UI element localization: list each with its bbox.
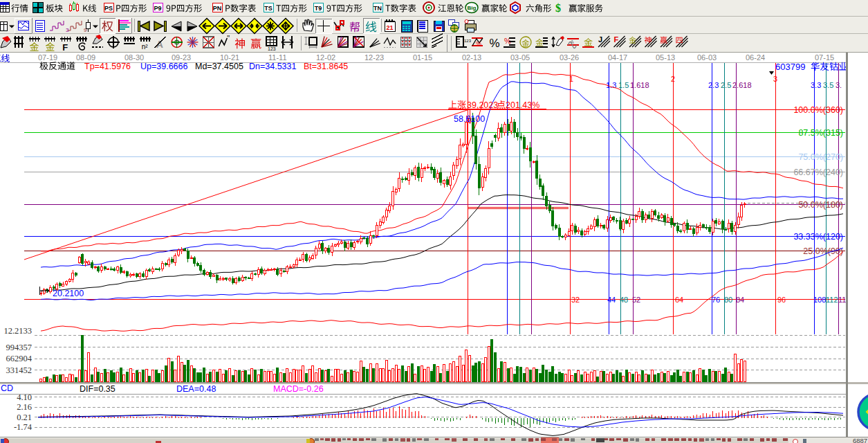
svg-text:3: 3 [773,75,777,83]
svg-text:331452: 331452 [6,365,33,375]
svg-text:$: $ [555,2,561,14]
svg-text:09-23: 09-23 [172,53,191,62]
svg-text:11: 11 [838,296,846,304]
svg-text:32: 32 [571,296,580,304]
svg-text:48: 48 [620,296,628,304]
svg-text:76: 76 [712,296,720,304]
svg-text:03-05: 03-05 [510,53,530,62]
svg-text:Tp=41.5976: Tp=41.5976 [84,62,131,71]
svg-text:P9: P9 [154,5,161,12]
svg-text:12.2133: 12.2133 [3,326,32,336]
svg-text:12-02: 12-02 [316,53,335,62]
svg-text:Md=37.4505: Md=37.4505 [195,62,243,71]
svg-text:123: 123 [268,46,276,51]
svg-text:2: 2 [671,75,675,83]
svg-text:A: A [571,39,575,45]
svg-text:44: 44 [607,296,616,304]
svg-text:3.5: 3.5 [823,81,833,89]
svg-text:100.0%(360): 100.0%(360) [793,105,843,115]
svg-text:84: 84 [736,296,744,304]
svg-text:10-21: 10-21 [220,53,239,62]
svg-text:58.6100: 58.6100 [454,114,485,124]
svg-text:01-15: 01-15 [413,53,432,62]
svg-text:1: 1 [569,75,573,83]
svg-text:21: 21 [386,24,393,31]
svg-text:DIF=0.35: DIF=0.35 [80,384,116,394]
svg-text:T9: T9 [315,5,322,12]
svg-text:108: 108 [813,296,826,304]
svg-text:": " [227,34,230,42]
svg-text:04-17: 04-17 [608,53,627,62]
svg-text:Bt=31.8645: Bt=31.8645 [304,62,348,71]
svg-text:%: % [490,37,500,50]
svg-text:2.3: 2.3 [708,81,719,89]
svg-text:994357: 994357 [6,343,33,352]
svg-text:50.0%(180): 50.0%(180) [798,200,843,210]
svg-text:02-13: 02-13 [462,53,481,62]
svg-text:MACD=-0.26: MACD=-0.26 [273,384,324,394]
svg-text:Up=39.6666: Up=39.6666 [140,62,188,71]
svg-text:1.5: 1.5 [618,81,629,89]
svg-text:603799: 603799 [775,62,805,72]
svg-text:11-11: 11-11 [268,53,287,62]
svg-text:96: 96 [777,296,786,304]
svg-text:2.618: 2.618 [732,81,752,89]
svg-text:4.10: 4.10 [17,392,32,402]
svg-text:J: J [598,35,602,44]
svg-text:F: F [614,35,619,44]
svg-text:33.33%(120): 33.33%(120) [793,232,843,242]
svg-text:3.: 3. [835,81,842,89]
svg-text:PS: PS [104,5,113,12]
svg-text:112: 112 [826,296,838,304]
svg-text:2.5: 2.5 [721,81,731,89]
svg-text:TN: TN [373,5,382,12]
svg-text:CD: CD [1,383,13,393]
svg-text:-1.74: -1.74 [14,422,33,432]
svg-text:n²: n² [142,43,149,51]
svg-text:20.2100: 20.2100 [53,289,84,298]
svg-text:87.5%(315): 87.5%(315) [798,128,843,138]
svg-text:DEA=0.48: DEA=0.48 [176,384,216,394]
svg-text:75.0%(270): 75.0%(270) [798,152,843,162]
svg-text:64: 64 [675,296,683,304]
svg-text:1.618: 1.618 [630,81,649,89]
svg-text:12-23: 12-23 [364,53,384,62]
svg-text:07-19: 07-19 [38,53,57,62]
svg-text:2.16: 2.16 [17,402,32,412]
svg-text:08-30: 08-30 [124,53,144,62]
svg-text:52: 52 [632,296,640,304]
svg-text:06-03: 06-03 [697,53,717,62]
svg-text:201.43%: 201.43% [506,100,539,110]
svg-text:TS: TS [264,5,273,12]
svg-text:66.67%(240): 66.67%(240) [793,168,843,177]
svg-text:123: 123 [464,39,472,43]
svg-text:07-15: 07-15 [815,53,834,62]
svg-text:3.3: 3.3 [811,81,821,89]
svg-text:03-26: 03-26 [560,53,579,62]
svg-text:Big: Big [468,5,477,11]
svg-text:6887: 6887 [853,437,867,443]
svg-text:39,2023: 39,2023 [467,100,498,110]
svg-text:Dn=34.5331: Dn=34.5331 [249,62,297,71]
svg-text:F: F [62,42,68,53]
svg-text:08-09: 08-09 [76,53,95,62]
svg-text:80: 80 [724,296,732,304]
svg-text:PN: PN [213,5,222,12]
svg-text:662904: 662904 [6,354,33,363]
svg-text:%: % [476,40,481,47]
svg-text:06-24: 06-24 [746,53,765,62]
svg-text:0.21: 0.21 [17,413,32,422]
svg-text:05-13: 05-13 [656,53,675,62]
